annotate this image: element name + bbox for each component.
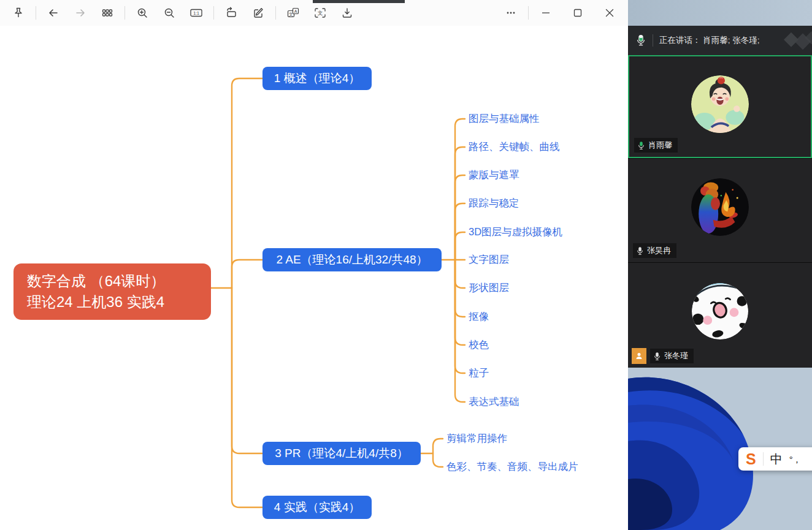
- participant-tile-zhanghaoran[interactable]: 张昊冉: [628, 158, 812, 262]
- desktop-wallpaper-top: [628, 0, 812, 26]
- participant-tile-xiaoyuxin[interactable]: 肖雨馨: [628, 55, 812, 158]
- ocr-glyph: 文: [318, 10, 323, 16]
- toolbar-separator: [36, 6, 36, 20]
- mic-icon: [636, 246, 644, 256]
- subtopic-ae-10[interactable]: 表达式基础: [469, 395, 519, 409]
- subtopic-ae-4[interactable]: 3D图层与虚拟摄像机: [469, 225, 562, 239]
- minimize-button[interactable]: [532, 2, 559, 23]
- subtopic-pr-0[interactable]: 剪辑常用操作: [446, 432, 507, 445]
- save-button[interactable]: [334, 2, 361, 23]
- zoom-in-button[interactable]: [129, 2, 156, 23]
- meeting-logo-watermark: [775, 29, 812, 54]
- viewer-toolbar: 1:1 文A 文: [0, 0, 628, 26]
- rotate-button[interactable]: [218, 2, 245, 23]
- ime-toolbar[interactable]: S 中 °，: [738, 447, 812, 471]
- thumbnail-grid-button[interactable]: [94, 2, 121, 23]
- desktop-wallpaper: S 中 °，: [628, 368, 812, 530]
- mic-icon: [653, 352, 661, 361]
- more-options-button[interactable]: [497, 2, 524, 23]
- edit-button[interactable]: [245, 2, 272, 23]
- subtopic-ae-7[interactable]: 抠像: [469, 310, 489, 324]
- meeting-panel: 正在讲话： 肖雨馨; 张冬瑾;: [628, 0, 812, 530]
- toolbar-separator: [124, 6, 125, 20]
- pin-icon[interactable]: [5, 2, 32, 23]
- subtopic-ae-0[interactable]: 图层与基础属性: [469, 112, 540, 126]
- subtopic-ae-9[interactable]: 粒子: [469, 366, 489, 380]
- maximize-button[interactable]: [564, 2, 591, 23]
- ime-punctuation-mode[interactable]: °，: [789, 455, 801, 464]
- screen: 数字合成 （64课时） 理论24 上机36 实践4 1 概述（理论4） 2 AE…: [0, 0, 812, 530]
- forward-button[interactable]: [67, 2, 94, 23]
- translate-button[interactable]: 文A: [280, 2, 307, 23]
- ime-language-mode[interactable]: 中: [770, 453, 783, 465]
- ratio-label: 1:1: [193, 11, 199, 15]
- toolbar-separator: [213, 6, 214, 20]
- participant-name: 肖雨馨: [648, 140, 672, 151]
- subtopic-ae-6[interactable]: 形状图层: [469, 281, 509, 295]
- topic-node-practice[interactable]: 4 实践（实践4）: [262, 496, 372, 519]
- name-badge-zhangdongjin: 张冬瑾: [650, 349, 694, 363]
- participant-name: 张昊冉: [647, 245, 671, 256]
- speaking-status-bar: 正在讲话： 肖雨馨; 张冬瑾;: [628, 26, 812, 55]
- root-line1: 数字合成 （64课时）: [27, 271, 211, 292]
- sogou-logo-icon[interactable]: S: [746, 452, 756, 467]
- mindmap-root-node[interactable]: 数字合成 （64课时） 理论24 上机36 实践4: [13, 263, 211, 320]
- subtopic-ae-5[interactable]: 文字图层: [469, 253, 509, 267]
- microphone-active-icon: [635, 34, 646, 47]
- host-badge: [632, 348, 646, 364]
- subtopic-ae-1[interactable]: 路径、关键帧、曲线: [469, 140, 560, 154]
- participant-name: 张冬瑾: [664, 350, 688, 362]
- name-badge-xiaoyuxin: 肖雨馨: [634, 138, 678, 153]
- toolbar-separator: [528, 6, 529, 20]
- mic-on-icon: [637, 141, 645, 150]
- avatar-zhanghaoran: [691, 178, 749, 236]
- subtopic-ae-8[interactable]: 校色: [469, 338, 489, 352]
- speaking-label: 正在讲话：: [659, 36, 701, 45]
- name-badge-zhanghaoran: 张昊冉: [633, 243, 676, 258]
- subtopic-ae-3[interactable]: 跟踪与稳定: [469, 197, 519, 210]
- background-window-edge: [313, 0, 405, 3]
- ocr-button[interactable]: 文: [307, 2, 334, 23]
- back-button[interactable]: [40, 2, 67, 23]
- topic-node-overview[interactable]: 1 概述（理论4）: [262, 67, 372, 90]
- close-button[interactable]: [596, 2, 623, 23]
- image-viewer-window: 数字合成 （64课时） 理论24 上机36 实践4 1 概述（理论4） 2 AE…: [0, 0, 628, 530]
- root-line2: 理论24 上机36 实践4: [27, 292, 211, 312]
- ime-separator: [763, 452, 764, 466]
- host-person-icon: [635, 352, 643, 360]
- translate-front-glyph: A: [294, 9, 297, 13]
- avatar-zhangdongjin: [692, 283, 748, 339]
- actual-size-button[interactable]: 1:1: [183, 2, 210, 23]
- zoom-out-button[interactable]: [156, 2, 183, 23]
- subtopic-ae-2[interactable]: 蒙版与遮罩: [469, 168, 519, 182]
- status-separator: [653, 34, 653, 47]
- speaking-names: 肖雨馨; 张冬瑾;: [703, 36, 759, 45]
- participant-tile-zhangdongjin[interactable]: 张冬瑾: [628, 262, 812, 368]
- mindmap-canvas[interactable]: 数字合成 （64课时） 理论24 上机36 实践4 1 概述（理论4） 2 AE…: [0, 0, 628, 530]
- topic-node-ae[interactable]: 2 AE（理论16/上机32/共48）: [262, 248, 442, 271]
- toolbar-separator: [275, 6, 276, 20]
- subtopic-pr-1[interactable]: 色彩、节奏、音频、导出成片: [446, 460, 578, 474]
- avatar-xiaoyuxin: [691, 75, 749, 133]
- topic-node-pr[interactable]: 3 PR（理论4/上机4/共8）: [262, 442, 421, 465]
